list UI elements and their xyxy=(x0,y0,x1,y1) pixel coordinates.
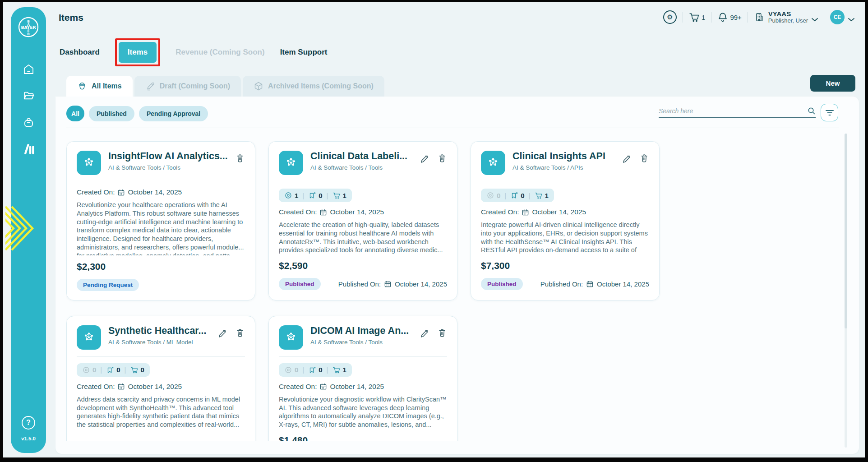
delete-icon[interactable] xyxy=(639,153,649,163)
red-highlight-box: Items xyxy=(115,38,160,66)
avatar: CE xyxy=(830,10,845,24)
item-card: Clinical Insights API AI & Software Tool… xyxy=(471,141,660,300)
item-price: $7,300 xyxy=(481,260,649,271)
item-category: AI & Software Tools / ML Model xyxy=(108,339,217,346)
item-ai-icon xyxy=(279,325,303,350)
eye-icon xyxy=(486,191,494,199)
calendar-icon xyxy=(117,189,125,196)
content-panel: All Published Pending Approval xyxy=(55,97,859,454)
delete-icon[interactable] xyxy=(235,153,245,163)
notifications-button[interactable]: 99+ xyxy=(717,12,741,23)
sidebar: BAYER B A E R ? v1.5.0 xyxy=(11,7,46,453)
bag-icon[interactable] xyxy=(23,116,35,129)
item-price: $2,300 xyxy=(77,261,245,272)
tab-item-support[interactable]: Item Support xyxy=(280,48,328,57)
calendar-icon xyxy=(319,383,327,390)
org-user-menu[interactable]: VYAAS Publisher, User xyxy=(754,10,818,24)
created-on-row: Created On: October 14, 2025 xyxy=(77,383,245,391)
views-stat: 0 xyxy=(82,366,96,374)
page-title: Items xyxy=(59,12,83,23)
divider xyxy=(77,356,245,357)
bell-icon xyxy=(717,12,728,23)
vertical-scrollbar[interactable] xyxy=(845,134,847,448)
eye-icon xyxy=(284,366,292,374)
delete-icon[interactable] xyxy=(235,328,245,338)
chip-published[interactable]: Published xyxy=(89,106,134,121)
item-stats: 0 | 0 | 1 xyxy=(481,189,554,202)
header-separator xyxy=(683,12,683,23)
tab-items[interactable]: Items xyxy=(119,42,157,63)
chevron-down-icon xyxy=(812,15,818,19)
item-category: AI & Software Tools / Tools xyxy=(108,164,235,171)
new-item-button[interactable]: New xyxy=(810,75,855,92)
header-separator xyxy=(711,12,711,23)
carts-stat: 1 xyxy=(535,191,549,199)
calendar-icon xyxy=(384,280,392,288)
item-card: Clinical Data Labeli... AI & Software To… xyxy=(268,141,457,300)
carts-stat: 1 xyxy=(332,366,346,374)
settings-gear-icon[interactable]: ⚙ xyxy=(663,10,677,24)
cart-button[interactable]: 1 xyxy=(689,12,705,23)
organization-icon xyxy=(754,12,765,23)
folder-icon[interactable] xyxy=(23,90,35,102)
scrollbar-thumb[interactable] xyxy=(845,134,847,328)
tab-revenue-coming-soon[interactable]: Revenue (Coming Soon) xyxy=(175,48,264,57)
created-on-row: Created On: October 14, 2025 xyxy=(279,208,447,216)
header-separator xyxy=(824,12,824,23)
bookmark-icon xyxy=(308,191,316,199)
delete-icon[interactable] xyxy=(437,153,447,163)
cart-icon xyxy=(130,366,139,374)
status-badge: Published xyxy=(481,278,523,290)
edit-icon[interactable] xyxy=(419,153,429,163)
bookmark-icon xyxy=(510,191,518,199)
subtabs-row: All Items Draft (Coming Soon) Archived I… xyxy=(66,76,384,97)
carts-stat: 1 xyxy=(332,191,346,199)
cart-count: 1 xyxy=(702,14,705,21)
eye-icon xyxy=(284,191,292,199)
home-icon[interactable] xyxy=(23,63,35,75)
edit-icon[interactable] xyxy=(419,328,429,338)
tabs-row: DashboardItemsRevenue (Coming Soon)Item … xyxy=(60,40,327,65)
item-price: $1,480 xyxy=(279,435,447,441)
subtab-all-items[interactable]: All Items xyxy=(66,76,133,97)
svg-text:R: R xyxy=(27,32,30,36)
bookmarks-stat: 0 xyxy=(510,191,524,199)
chip-all[interactable]: All xyxy=(66,106,84,121)
item-ai-icon xyxy=(481,151,505,175)
status-badge: Published xyxy=(279,278,321,290)
views-stat: 0 xyxy=(486,191,500,199)
published-on-row: Published On: October 14, 2025 xyxy=(338,280,447,288)
item-title: DICOM AI Image An... xyxy=(310,325,419,337)
avatar-menu[interactable]: CE xyxy=(830,10,854,24)
header-separator xyxy=(748,12,748,23)
edit-icon[interactable] xyxy=(217,328,227,338)
carts-stat: 0 xyxy=(130,366,144,374)
bookmarks-stat: 0 xyxy=(308,191,322,199)
item-category: AI & Software Tools / Tools xyxy=(310,164,419,171)
marketplace-stripes-icon[interactable] xyxy=(23,143,35,155)
bookmarks-stat: 0 xyxy=(106,366,120,374)
delete-icon[interactable] xyxy=(437,328,447,338)
tab-dashboard[interactable]: Dashboard xyxy=(60,48,100,57)
cart-icon xyxy=(332,366,341,374)
item-title: InsightFlow AI Analytics... xyxy=(108,151,235,162)
header-actions: ⚙ 1 99+ VYAAS Publisher, User CE xyxy=(663,10,854,24)
bookmark-icon xyxy=(308,366,316,374)
subtab-draft: Draft (Coming Soon) xyxy=(134,76,241,97)
published-on-row: Published On: October 14, 2025 xyxy=(540,280,649,288)
chevron-down-icon xyxy=(848,15,854,19)
divider xyxy=(279,182,447,182)
help-icon[interactable]: ? xyxy=(22,416,35,430)
search-input[interactable] xyxy=(659,107,807,115)
item-ai-icon xyxy=(77,151,101,175)
item-card: DICOM AI Image An... AI & Software Tools… xyxy=(268,316,457,441)
search-icon[interactable] xyxy=(807,106,816,115)
subtab-label: Draft (Coming Soon) xyxy=(160,82,230,90)
user-name: VYAAS xyxy=(768,10,808,18)
filter-button[interactable] xyxy=(821,104,838,121)
edit-icon[interactable] xyxy=(621,153,631,163)
item-title: Clinical Data Labeli... xyxy=(310,151,419,162)
sidebar-nav xyxy=(23,63,35,155)
chip-pending-approval[interactable]: Pending Approval xyxy=(139,106,208,121)
item-description-clipped: for predictive modeling, anomaly detecti… xyxy=(77,252,245,255)
